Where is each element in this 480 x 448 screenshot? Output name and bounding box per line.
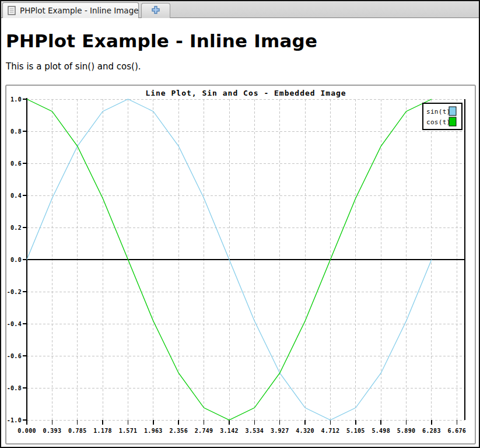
intro-text: This is a plot of sin() and cos().	[6, 61, 141, 72]
svg-text:-0.4: -0.4	[7, 321, 22, 327]
new-tab-button[interactable]	[141, 3, 170, 18]
svg-text:-0.6: -0.6	[7, 353, 22, 359]
svg-text:0.4: 0.4	[10, 192, 22, 199]
svg-text:3.142: 3.142	[220, 428, 239, 434]
svg-text:0.8: 0.8	[10, 128, 22, 135]
document-icon	[8, 6, 16, 15]
plus-icon	[151, 5, 160, 17]
svg-text:6.283: 6.283	[422, 428, 441, 434]
svg-text:1.571: 1.571	[119, 428, 138, 434]
svg-text:2.749: 2.749	[195, 428, 213, 434]
svg-text:5.105: 5.105	[346, 428, 365, 434]
svg-text:4.320: 4.320	[296, 428, 314, 434]
tab-title: PHPlot Example - Inline Image	[20, 6, 139, 15]
svg-text:-0.2: -0.2	[7, 289, 22, 295]
svg-text:0.000: 0.000	[17, 428, 36, 434]
svg-text:-1.0: -1.0	[7, 417, 22, 424]
svg-text:3.534: 3.534	[245, 428, 264, 434]
svg-text:0.2: 0.2	[10, 225, 22, 231]
svg-text:1.963: 1.963	[144, 428, 163, 434]
svg-text:-0.8: -0.8	[7, 385, 22, 391]
browser-window: PHPlot Example - Inline Image PHPlot Exa…	[0, 0, 480, 448]
svg-text:5.498: 5.498	[372, 428, 390, 434]
svg-text:6.676: 6.676	[448, 428, 467, 434]
svg-text:0.0: 0.0	[10, 257, 22, 263]
sincos-chart: Line Plot, Sin and Cos - Embedded Image1…	[6, 86, 475, 443]
svg-text:sin(t): sin(t)	[426, 108, 451, 116]
svg-text:1.0: 1.0	[10, 96, 22, 103]
svg-text:0.393: 0.393	[43, 428, 62, 434]
svg-text:3.927: 3.927	[271, 428, 289, 434]
svg-text:2.356: 2.356	[169, 428, 188, 434]
svg-text:4.712: 4.712	[321, 428, 340, 434]
chart-container: Line Plot, Sin and Cos - Embedded Image1…	[5, 85, 476, 444]
page-title: PHPlot Example - Inline Image	[6, 30, 317, 51]
tab-bar: PHPlot Example - Inline Image	[1, 1, 479, 18]
tab-phplot-example[interactable]: PHPlot Example - Inline Image	[2, 2, 139, 18]
svg-text:5.890: 5.890	[397, 428, 416, 434]
svg-text:cos(t): cos(t)	[426, 118, 451, 126]
svg-text:1.178: 1.178	[93, 428, 112, 434]
svg-text:Line Plot, Sin and Cos - Embed: Line Plot, Sin and Cos - Embedded Image	[145, 89, 346, 97]
svg-text:0.785: 0.785	[68, 428, 87, 434]
svg-text:0.6: 0.6	[10, 160, 22, 167]
